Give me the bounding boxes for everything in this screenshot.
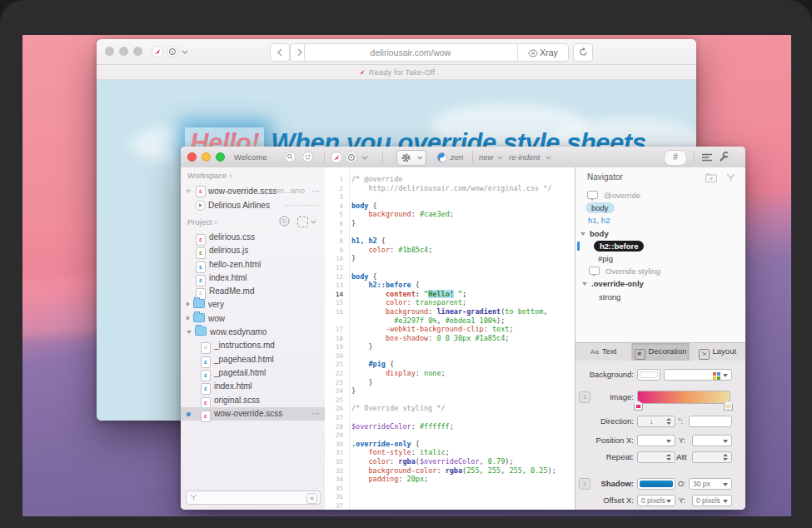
code-line-24[interactable]: 24} <box>325 386 575 396</box>
chevron-down-icon[interactable] <box>182 50 188 54</box>
filter-funnel-icon[interactable] <box>726 173 735 182</box>
folder-settings-icon[interactable] <box>297 217 308 227</box>
background-style-dropdown[interactable] <box>664 369 732 381</box>
code-line-29[interactable]: 29 <box>325 431 575 440</box>
navigator-item-Override-styling[interactable]: Override styling <box>575 265 745 277</box>
code-line-5[interactable]: 5 background: #cae3ed; <box>325 210 575 219</box>
smiley-icon[interactable] <box>302 152 313 162</box>
back-button[interactable] <box>270 43 290 62</box>
star-icon[interactable]: ★ <box>185 184 192 198</box>
code-line-14[interactable]: 14 content: "Hello! "; <box>325 290 575 299</box>
add-group-icon[interactable] <box>705 173 717 182</box>
code-line-18[interactable]: 18 box-shadow: 0 0 30px #1a85c4; <box>325 334 575 343</box>
more-icon[interactable]: ⋯ <box>311 184 320 198</box>
file-row-_instructions.md[interactable]: ≡_instructions.md <box>181 339 325 352</box>
disclosure-triangle[interactable] <box>187 331 192 334</box>
position-y-dropdown[interactable] <box>692 435 732 446</box>
actions-gear-button[interactable] <box>396 150 426 166</box>
chevron-down-icon[interactable] <box>545 156 551 160</box>
offset-x-dropdown[interactable]: 0 pixels <box>637 495 675 506</box>
offset-y-dropdown[interactable]: 0 pixels <box>692 495 732 506</box>
code-line-11[interactable]: 11 <box>325 263 575 272</box>
tab-layout[interactable]: ⇲Layout <box>690 343 745 361</box>
reindent-menu[interactable]: re-indent <box>509 147 541 167</box>
code-line-36[interactable]: 36 <box>325 492 575 501</box>
xray-button[interactable]: Xray <box>517 44 568 61</box>
attachment-stepper[interactable] <box>692 451 732 463</box>
navigator-item--override[interactable]: @override <box>575 189 745 202</box>
code-line-30[interactable]: 30.override-only { <box>325 440 575 449</box>
target-icon[interactable] <box>167 46 178 57</box>
zoom-button[interactable] <box>133 47 142 56</box>
zen-icon[interactable] <box>437 152 447 162</box>
code-line-7[interactable]: 7 <box>325 228 575 237</box>
navigator-item-body[interactable]: body <box>575 227 745 240</box>
sidebar-filter-field[interactable]: ★ <box>186 491 321 505</box>
code-line-wrap[interactable]: #e3297f 0%, #ebdea1 100%); <box>325 316 575 326</box>
favorites-filter-button[interactable]: ★ <box>306 493 317 504</box>
navigator-item-strong[interactable]: strong <box>575 291 745 303</box>
file-row-wow[interactable]: wow <box>181 312 325 326</box>
code-line-20[interactable]: 20 <box>325 351 575 361</box>
code-line-9[interactable]: 9 color: #1b85c4; <box>325 246 575 255</box>
file-row-_pagehead.html[interactable]: ε_pagehead.html <box>181 353 325 366</box>
code-line-25[interactable]: 25 <box>325 396 575 405</box>
code-editor[interactable]: 1/* @override2 http://deliriousair.com/w… <box>325 167 575 510</box>
file-row-delirious.css[interactable]: εdelirious.css <box>181 231 325 244</box>
code-line-32[interactable]: 32 color: rgba($overrideColor, 0.79); <box>325 457 575 466</box>
file-row-index.html[interactable]: εindex.html <box>181 271 325 285</box>
gradient-bar[interactable] <box>637 391 730 404</box>
file-row-hello-zen.html[interactable]: εhello-zen.html <box>181 258 325 271</box>
file-row-index.html[interactable]: εindex.html <box>181 380 325 393</box>
code-line-2[interactable]: 2 http://deliriousair.com/wow/original.c… <box>325 184 575 193</box>
address-bar[interactable]: deliriousair.com/wow Xray <box>304 43 569 62</box>
code-line-35[interactable]: 35 <box>325 484 575 493</box>
new-menu[interactable]: new <box>479 147 493 167</box>
navigator-item-body[interactable]: body <box>575 202 745 214</box>
close-button[interactable] <box>187 152 197 162</box>
chevron-down-icon[interactable] <box>361 156 368 160</box>
code-line-34[interactable]: 34 padding: 20px; <box>325 475 575 484</box>
publish-settings-icon[interactable]: D <box>279 216 290 227</box>
code-line-17[interactable]: 17 -webkit-background-clip: text; <box>325 325 575 334</box>
file-row-very[interactable]: very <box>181 298 325 311</box>
disclosure-triangle[interactable] <box>187 301 190 306</box>
file-row-wow-override.scss[interactable]: εwow-override.scss⋯ <box>181 407 325 421</box>
minimize-button[interactable] <box>202 152 211 162</box>
code-line-19[interactable]: 19 } <box>325 342 575 351</box>
code-line-13[interactable]: 13 h2::before { <box>325 281 575 290</box>
target-icon[interactable] <box>346 152 357 163</box>
file-row-_pagetail.html[interactable]: ε_pagetail.html <box>181 366 325 380</box>
shadow-color-swatch[interactable] <box>637 478 675 490</box>
disclosure-triangle[interactable] <box>187 316 190 321</box>
lines-icon[interactable] <box>702 153 713 162</box>
navigator-item--pig[interactable]: #pig <box>575 252 745 265</box>
browser-titlebar[interactable]: deliriousair.com/wow Xray <box>97 39 696 65</box>
disclosure-triangle[interactable] <box>580 232 585 236</box>
project-section-label[interactable]: Project › <box>187 217 217 227</box>
code-line-21[interactable]: 21 #pig { <box>325 360 575 369</box>
navigator-item--override-only[interactable]: .override-only <box>575 277 745 290</box>
code-line-10[interactable]: 10} <box>325 254 575 263</box>
rocket-icon[interactable] <box>331 152 342 163</box>
workspace-section-label[interactable]: Workspace › <box>187 171 232 180</box>
navigator-item-h2-before[interactable]: h2::before <box>575 240 745 252</box>
code-line-3[interactable]: 3 <box>325 192 575 202</box>
hash-button[interactable]: # <box>664 150 687 166</box>
chevron-down-icon[interactable] <box>497 156 503 160</box>
file-row-ReadMe.md[interactable]: ≡ReadMe.md <box>181 285 325 298</box>
file-row-wow.esdynamo[interactable]: wow.esdynamo <box>181 326 325 339</box>
reload-button[interactable] <box>573 43 593 62</box>
more-icon[interactable]: ⋯ <box>311 407 320 421</box>
zen-label[interactable]: zen <box>451 147 463 167</box>
code-line-16[interactable]: 16 background: linear-gradient(to bottom… <box>325 307 575 316</box>
code-line-6[interactable]: 6} <box>325 219 575 228</box>
code-line-1[interactable]: 1/* @override <box>325 175 575 184</box>
editor-titlebar[interactable]: Welcome zen new r <box>181 147 745 168</box>
direction-stepper[interactable]: ↓ <box>637 416 675 427</box>
code-line-8[interactable]: 8h1, h2 { <box>325 237 575 246</box>
code-line-28[interactable]: 28$overrideColor: #ffffff; <box>325 422 575 431</box>
shadow-blur-dropdown[interactable]: 30 px <box>689 478 732 490</box>
code-line-37[interactable]: 37 <box>325 501 575 510</box>
code-line-15[interactable]: 15 color: transparent; <box>325 298 575 307</box>
